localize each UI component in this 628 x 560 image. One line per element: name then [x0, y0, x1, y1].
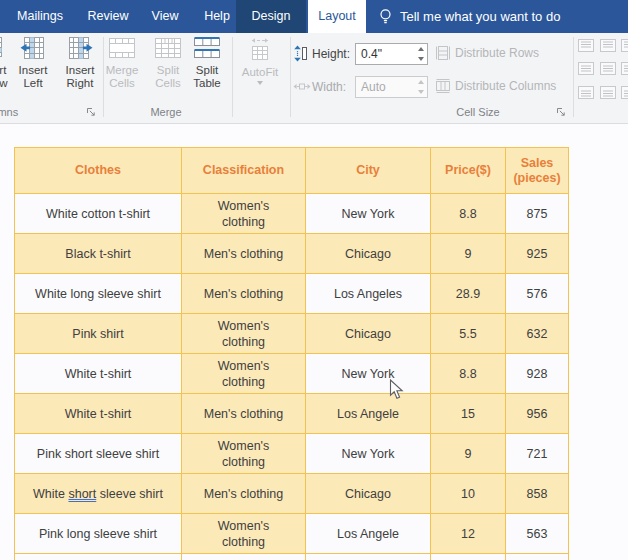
table-cell[interactable]: 956: [506, 394, 569, 434]
table-cell[interactable]: Los Angele: [306, 394, 431, 434]
table-cell[interactable]: White long sleeve shirt: [15, 274, 182, 314]
table-cell[interactable]: Pink shirt: [15, 314, 182, 354]
lightbulb-icon: [378, 8, 393, 25]
tab-mailings[interactable]: Mailings: [10, 0, 70, 33]
merge-cells-label: Merge Cells: [99, 64, 145, 90]
table-cell[interactable]: Women's clothing: [182, 514, 306, 554]
table-cell[interactable]: Black t-shirt: [15, 234, 182, 274]
align-center-left-button[interactable]: [578, 61, 594, 74]
table-cell[interactable]: Women's clothing: [182, 434, 306, 474]
table-cell[interactable]: [506, 554, 569, 560]
table-cell[interactable]: 9: [431, 234, 506, 274]
table-cell[interactable]: 928: [506, 354, 569, 394]
height-spin-down-button[interactable]: [414, 54, 427, 64]
align-bottom-right-icon: [621, 86, 628, 99]
table-cell[interactable]: Women's clothing: [182, 314, 306, 354]
align-bottom-right-button[interactable]: [621, 85, 628, 98]
table-cell[interactable]: 858: [506, 474, 569, 514]
table-cell[interactable]: New York: [306, 434, 431, 474]
table-cell[interactable]: Pink short sleeve shirt: [15, 434, 182, 474]
table-cell[interactable]: 8.8: [431, 194, 506, 234]
table-header-row: ClothesClassificationCityPrice($)Sales (…: [15, 148, 569, 194]
merge-cells-icon: [107, 36, 137, 60]
insert-right-icon: [67, 36, 93, 60]
table-cell[interactable]: Women's clothing: [182, 354, 306, 394]
align-top-center-button[interactable]: [600, 38, 616, 51]
distribute-rows-button[interactable]: Distribute Rows: [436, 46, 539, 60]
table-cell[interactable]: New York: [306, 354, 431, 394]
align-bottom-left-button[interactable]: [578, 85, 594, 98]
table-cell[interactable]: [15, 554, 182, 560]
table-cell[interactable]: 563: [506, 514, 569, 554]
width-spin-down-button[interactable]: [414, 87, 427, 97]
table-cell[interactable]: 10: [431, 474, 506, 514]
group-divider: [573, 37, 574, 117]
table-cell[interactable]: 15: [431, 394, 506, 434]
insert-right-button[interactable]: Insert Right: [56, 36, 104, 90]
column-header[interactable]: Classification: [182, 148, 306, 194]
merge-cells-button[interactable]: Merge Cells: [99, 36, 145, 90]
insert-left-icon: [20, 36, 46, 60]
tab-view[interactable]: View: [148, 0, 182, 33]
table-body: White cotton t-shirtWomen's clothingNew …: [15, 194, 569, 560]
table-cell[interactable]: White cotton t-shirt: [15, 194, 182, 234]
align-center-button[interactable]: [600, 61, 616, 74]
split-cells-button[interactable]: Split Cells: [147, 36, 189, 90]
table-cell[interactable]: White t-shirt: [15, 394, 182, 434]
insert-left-label: Insert Left: [9, 64, 57, 90]
column-header[interactable]: Clothes: [15, 148, 182, 194]
column-header[interactable]: Sales (pieces): [506, 148, 569, 194]
tab-layout-active[interactable]: Layout: [308, 0, 366, 33]
table-cell[interactable]: 576: [506, 274, 569, 314]
table-cell[interactable]: 632: [506, 314, 569, 354]
height-field-label: Height:: [312, 47, 350, 61]
mouse-cursor: [389, 379, 404, 401]
table-cell[interactable]: Pink long sleeve shirt: [15, 514, 182, 554]
tab-design[interactable]: Design: [236, 0, 306, 33]
rows-columns-dialog-launcher-icon[interactable]: [86, 107, 97, 118]
table-cell[interactable]: White t-shirt: [15, 354, 182, 394]
split-table-button[interactable]: Split Table: [185, 36, 229, 90]
table-cell[interactable]: Los Angele: [306, 514, 431, 554]
tab-review[interactable]: Review: [84, 0, 132, 33]
table-cell[interactable]: 875: [506, 194, 569, 234]
height-spin-up-button[interactable]: [414, 44, 427, 54]
table-cell[interactable]: 28.9: [431, 274, 506, 314]
autofit-icon: [248, 36, 272, 62]
table-cell[interactable]: [306, 554, 431, 560]
table-cell[interactable]: New York: [306, 194, 431, 234]
table-cell[interactable]: 8.8: [431, 354, 506, 394]
align-top-left-button[interactable]: [578, 38, 594, 51]
table-cell[interactable]: 925: [506, 234, 569, 274]
align-top-right-button[interactable]: [621, 38, 628, 51]
autofit-button[interactable]: AutoFit: [236, 36, 284, 85]
column-header[interactable]: Price($): [431, 148, 506, 194]
distribute-columns-button[interactable]: Distribute Columns: [436, 79, 556, 93]
table-cell[interactable]: Men's clothing: [182, 474, 306, 514]
table-cell[interactable]: Women's clothing: [182, 194, 306, 234]
tell-me-box[interactable]: Tell me what you want to do: [378, 0, 560, 33]
table-cell[interactable]: 12: [431, 514, 506, 554]
table-cell[interactable]: 5.5: [431, 314, 506, 354]
table-cell[interactable]: [431, 554, 506, 560]
table-cell[interactable]: Los Angeles: [306, 274, 431, 314]
table-cell[interactable]: Chicago: [306, 234, 431, 274]
align-center-right-button[interactable]: [621, 61, 628, 74]
insert-left-button[interactable]: Insert Left: [9, 36, 57, 90]
table-cell[interactable]: Chicago: [306, 474, 431, 514]
table-cell[interactable]: Men's clothing: [182, 274, 306, 314]
column-header[interactable]: City: [306, 148, 431, 194]
table-cell[interactable]: Chicago: [306, 314, 431, 354]
table-cell[interactable]: Men's clothing: [182, 234, 306, 274]
table-cell[interactable]: [182, 554, 306, 560]
tab-help[interactable]: Help: [199, 0, 235, 33]
table-cell[interactable]: Men's clothing: [182, 394, 306, 434]
width-spin-up-button[interactable]: [414, 77, 427, 87]
table-cell[interactable]: White short sleeve shirt: [15, 474, 182, 514]
table-row: White cotton t-shirtWomen's clothingNew …: [15, 194, 569, 234]
table-cell[interactable]: 9: [431, 434, 506, 474]
table-cell[interactable]: 721: [506, 434, 569, 474]
cell-size-dialog-launcher-icon[interactable]: [556, 107, 567, 118]
align-bottom-center-button[interactable]: [600, 85, 616, 98]
align-bottom-center-icon: [600, 86, 616, 99]
